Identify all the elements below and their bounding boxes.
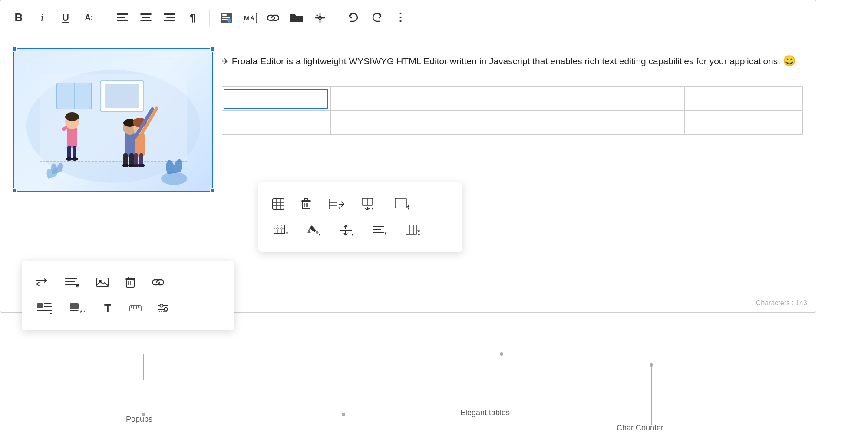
svg-rect-28 [105, 84, 139, 108]
table-style2-icon: ★ ▼ [406, 225, 420, 236]
elegant-tables-dot [500, 352, 503, 356]
svg-rect-6 [164, 13, 175, 15]
svg-text:▼: ▼ [407, 207, 410, 210]
svg-text:M: M [244, 15, 249, 22]
image-container[interactable] [13, 48, 213, 192]
svg-rect-72 [44, 306, 52, 307]
paragraph-icon: ¶ [190, 12, 195, 24]
redo-button[interactable] [367, 8, 386, 27]
table-fill-button[interactable]: ▼ [302, 221, 326, 240]
elegant-tables-line [502, 354, 502, 410]
undo-button[interactable] [344, 8, 363, 27]
table-icon-button[interactable] [269, 195, 288, 214]
svg-rect-36 [73, 146, 76, 159]
popups-line-1 [143, 354, 144, 380]
popups-hline [143, 415, 343, 415]
track-changes-button[interactable]: + [217, 8, 236, 27]
underline-icon: U [62, 12, 69, 23]
markdown-icon: M [243, 13, 257, 23]
svg-rect-1 [117, 17, 125, 18]
align-center-button[interactable] [136, 8, 155, 27]
table-valign-button[interactable]: ▼ [335, 221, 359, 240]
delete-icon [125, 277, 135, 288]
svg-rect-70 [37, 303, 43, 308]
align-left-icon [117, 13, 128, 23]
svg-rect-89 [273, 199, 284, 209]
align-right-button[interactable] [160, 8, 179, 27]
font-color-button[interactable]: A: [79, 8, 99, 27]
image-insert-button[interactable] [93, 273, 112, 292]
svg-rect-122 [274, 225, 285, 234]
table-border-button[interactable]: ▼ [269, 221, 293, 240]
svg-rect-137 [406, 225, 417, 234]
more-button[interactable]: ⋮ [391, 8, 410, 27]
table-cell-2[interactable] [449, 87, 567, 111]
underline-button[interactable]: U [56, 8, 75, 27]
table-cell-r2-4[interactable] [685, 111, 803, 135]
redo-icon [371, 13, 383, 23]
svg-rect-115 [395, 198, 406, 208]
table-cell-r2-1[interactable] [331, 111, 449, 135]
svg-rect-10 [222, 14, 227, 16]
fill-color-icon: ▼ [307, 225, 321, 236]
table-delete-button[interactable] [297, 195, 316, 214]
popups-label: Popups [126, 415, 152, 424]
image-delete-button[interactable] [121, 273, 140, 292]
table-input-field[interactable] [224, 89, 328, 109]
image-ruler-button[interactable] [126, 299, 145, 318]
halign-icon: ▼ [373, 225, 387, 235]
svg-rect-11 [222, 17, 230, 18]
image-text-button[interactable]: T [98, 299, 117, 318]
font-color-icon: A: [85, 13, 93, 22]
folder-button[interactable] [287, 8, 306, 27]
table-container [222, 86, 803, 135]
link-icon [267, 14, 279, 22]
link-button[interactable] [264, 8, 283, 27]
svg-text:+: + [228, 19, 230, 23]
bold-button[interactable]: B [9, 8, 28, 27]
table-grid-icon [272, 198, 284, 210]
insert-button[interactable]: + [310, 8, 330, 27]
divider-2 [209, 10, 210, 26]
svg-rect-75 [70, 303, 79, 309]
table-row-below-button[interactable]: ▼ [357, 195, 382, 214]
table-popup: ▼ ▼ ★ ▼ [258, 182, 462, 252]
image-caption-button[interactable]: ★▼ [65, 299, 89, 318]
image-wrap-button[interactable]: ▼ [32, 299, 56, 318]
image-swap-button[interactable] [32, 273, 51, 292]
svg-text:▼: ▼ [77, 283, 79, 288]
image-align-button[interactable]: ▼ [60, 273, 84, 292]
table-cell-4[interactable] [685, 87, 803, 111]
image-link-button[interactable] [149, 273, 168, 292]
align-left-button[interactable] [113, 8, 132, 27]
table-cell-r2-0[interactable] [222, 111, 331, 135]
svg-point-33 [65, 112, 79, 121]
track-changes-icon: + [220, 12, 233, 24]
content-table[interactable] [222, 86, 803, 135]
more-icon: ⋮ [395, 11, 406, 24]
valign-icon: ▼ [340, 225, 354, 236]
italic-button[interactable]: i [33, 8, 52, 27]
toolbar: B i U A: [0, 0, 816, 35]
table-row-2 [222, 111, 803, 135]
svg-text:▼: ▼ [49, 312, 52, 314]
border-style-icon: ▼ [274, 225, 288, 235]
svg-text:▼: ▼ [318, 233, 321, 236]
table-cell-3[interactable] [567, 87, 685, 111]
align-center-icon [140, 13, 152, 23]
image-sliders-button[interactable] [154, 299, 173, 318]
table-style-button[interactable]: ★ ▼ [390, 195, 415, 214]
table-cell-1[interactable] [331, 87, 449, 111]
table-cell-active[interactable] [222, 87, 331, 111]
table-cell-r2-3[interactable] [567, 111, 685, 135]
svg-rect-40 [125, 133, 135, 157]
svg-point-45 [122, 164, 129, 167]
table-halign-button[interactable]: ▼ [368, 221, 392, 240]
table-cell-r2-2[interactable] [449, 111, 567, 135]
svg-rect-62 [97, 278, 108, 287]
markdown-button[interactable]: M [240, 8, 259, 27]
table-style2-button[interactable]: ★ ▼ [401, 221, 425, 240]
editor-paragraph[interactable]: ✈ Froala Editor is a lightweight WYSIWYG… [222, 53, 803, 69]
table-col-right-button[interactable]: ▼ [324, 195, 349, 214]
paragraph-button[interactable]: ¶ [183, 8, 202, 27]
